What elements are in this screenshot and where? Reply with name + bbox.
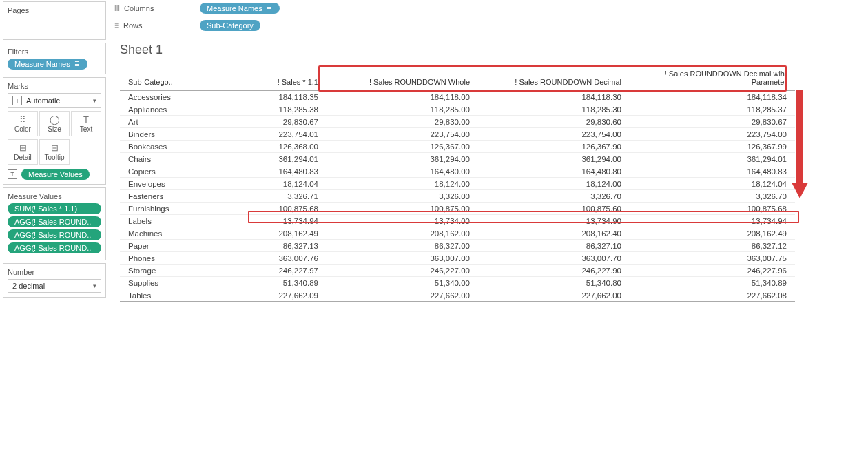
tooltip-icon: ⊟: [40, 143, 69, 154]
col-header-rounddown-decimal-param[interactable]: ! Sales ROUNDDOWN Decimal wiht Parameter: [630, 67, 795, 91]
col-header-rounddown-decimal[interactable]: ! Sales ROUNDDOWN Decimal: [478, 67, 630, 91]
measure-value-pill[interactable]: AGG(! Sales ROUND..: [8, 229, 101, 240]
filters-pill-measure-names[interactable]: Measure Names ≣: [8, 59, 87, 70]
size-icon: ◯: [40, 114, 69, 125]
table-row[interactable]: Appliances118,285.38118,285.00118,285.30…: [120, 103, 795, 116]
cell-value: 184,118.34: [630, 91, 795, 103]
marks-type-value: Automatic: [26, 96, 60, 105]
table-row[interactable]: Fasteners3,326.713,326.003,326.703,326.7…: [120, 190, 795, 203]
table-row[interactable]: Labels13,734.9413,734.0013,734.9013,734.…: [120, 215, 795, 227]
cell-value: 3,326.00: [327, 190, 478, 203]
row-category: Envelopes: [120, 178, 203, 190]
table-row[interactable]: Binders223,754.01223,754.00223,754.00223…: [120, 128, 795, 141]
cell-value: 223,754.00: [630, 128, 795, 141]
table-row[interactable]: Supplies51,340.8951,340.0051,340.8051,34…: [120, 277, 795, 289]
columns-pill-measure-names[interactable]: Measure Names ≣: [200, 3, 280, 14]
table-row[interactable]: Accessories184,118.35184,118.00184,118.3…: [120, 91, 795, 103]
rows-shelf[interactable]: ≡ Rows Sub-Category: [109, 17, 868, 34]
col-header-rounddown-whole[interactable]: ! Sales ROUNDDOWN Whole: [327, 67, 478, 91]
marks-tooltip-button[interactable]: ⊟Tooltip: [39, 139, 70, 165]
cell-value: 86,327.00: [327, 240, 478, 252]
row-category: Accessories: [120, 91, 203, 103]
cell-value: 363,007.70: [478, 252, 630, 265]
rows-label: Rows: [123, 21, 143, 30]
cell-value: 361,294.01: [203, 153, 327, 165]
measure-value-pill[interactable]: AGG(! Sales ROUND..: [8, 242, 101, 253]
measure-value-pill[interactable]: AGG(! Sales ROUND..: [8, 216, 101, 227]
table-row[interactable]: Envelopes18,124.0418,124.0018,124.0018,1…: [120, 178, 795, 190]
text-icon: T: [72, 114, 101, 125]
filters-pill-label: Measure Names: [14, 60, 70, 68]
parameter-dropdown[interactable]: 2 decimal ▾: [8, 279, 101, 293]
cell-value: 100,875.00: [327, 203, 478, 215]
mv-pill-list: SUM(! Sales * 1.1)AGG(! Sales ROUND..AGG…: [8, 203, 101, 253]
table-row[interactable]: Chairs361,294.01361,294.00361,294.00361,…: [120, 153, 795, 165]
cell-value: 246,227.97: [203, 265, 327, 277]
col-header-sales11[interactable]: ! Sales * 1.1: [203, 67, 327, 91]
cell-value: 3,326.71: [203, 190, 327, 203]
cell-value: 227,662.00: [327, 289, 478, 302]
cell-value: 223,754.01: [203, 128, 327, 141]
cell-value: 118,285.38: [203, 103, 327, 116]
table-row[interactable]: Art29,830.6729,830.0029,830.6029,830.67: [120, 116, 795, 128]
marks-mv-pill-label: Measure Values: [28, 170, 83, 178]
marks-text-button[interactable]: TText: [71, 111, 101, 136]
table-row[interactable]: Machines208,162.49208,162.00208,162.4020…: [120, 227, 795, 240]
row-category: Furnishings: [120, 203, 203, 215]
marks-measure-values-pill[interactable]: Measure Values: [21, 169, 90, 180]
table-row[interactable]: Tables227,662.09227,662.00227,662.00227,…: [120, 289, 795, 302]
caret-down-icon: ▾: [93, 282, 96, 289]
cell-value: 361,294.00: [478, 153, 630, 165]
cell-value: 126,367.90: [478, 141, 630, 153]
color-icon: ⠿: [8, 114, 37, 125]
row-category: Copiers: [120, 165, 203, 178]
col-header-subcategory[interactable]: Sub-Catego..: [120, 67, 203, 91]
cell-value: 227,662.00: [478, 289, 630, 302]
cell-value: 100,875.68: [630, 203, 795, 215]
cell-value: 100,875.60: [478, 203, 630, 215]
pages-shelf[interactable]: Pages: [3, 1, 106, 40]
parameter-value: 2 decimal: [12, 282, 45, 290]
cell-value: 118,285.30: [478, 103, 630, 116]
table-row[interactable]: Furnishings100,875.68100,875.00100,875.6…: [120, 203, 795, 215]
row-category: Art: [120, 116, 203, 128]
row-category: Machines: [120, 227, 203, 240]
table-header-row: Sub-Catego.. ! Sales * 1.1 ! Sales ROUND…: [120, 67, 795, 91]
sheet-area[interactable]: Sheet 1 Sub-Catego.. ! Sales * 1.1 ! Sal…: [109, 34, 868, 476]
table-row[interactable]: Phones363,007.76363,007.00363,007.70363,…: [120, 252, 795, 265]
cell-value: 361,294.00: [327, 153, 478, 165]
cell-value: 86,327.12: [630, 240, 795, 252]
row-category: Paper: [120, 240, 203, 252]
row-category: Appliances: [120, 103, 203, 116]
row-category: Fasteners: [120, 190, 203, 203]
table-row[interactable]: Storage246,227.97246,227.00246,227.90246…: [120, 265, 795, 277]
parameter-label: Number: [8, 268, 101, 276]
table-row[interactable]: Paper86,327.1386,327.0086,327.1086,327.1…: [120, 240, 795, 252]
columns-shelf[interactable]: iii Columns Measure Names ≣: [109, 0, 868, 17]
table-row[interactable]: Copiers164,480.83164,480.00164,480.80164…: [120, 165, 795, 178]
marks-type-dropdown[interactable]: T Automatic ▾: [8, 93, 101, 108]
rows-pill-subcategory[interactable]: Sub-Category: [200, 20, 260, 31]
parameter-card: Number 2 decimal ▾: [3, 263, 106, 298]
marks-size-button[interactable]: ◯Size: [39, 111, 70, 136]
filters-shelf[interactable]: Filters Measure Names ≣: [3, 43, 106, 74]
cell-value: 184,118.35: [203, 91, 327, 103]
cell-value: 51,340.89: [630, 277, 795, 289]
automatic-icon: T: [12, 96, 22, 105]
data-table: Sub-Catego.. ! Sales * 1.1 ! Sales ROUND…: [120, 67, 795, 302]
cell-value: 51,340.89: [203, 277, 327, 289]
cell-value: 246,227.00: [327, 265, 478, 277]
marks-color-button[interactable]: ⠿Color: [8, 111, 38, 136]
row-category: Chairs: [120, 153, 203, 165]
table-row[interactable]: Bookcases126,368.00126,367.00126,367.901…: [120, 141, 795, 153]
cell-value: 164,480.80: [478, 165, 630, 178]
measure-value-pill[interactable]: SUM(! Sales * 1.1): [8, 203, 101, 214]
filters-label: Filters: [8, 48, 101, 56]
measure-values-shelf: Measure Values SUM(! Sales * 1.1)AGG(! S…: [3, 187, 106, 260]
row-category: Bookcases: [120, 141, 203, 153]
cell-value: 13,734.94: [630, 215, 795, 227]
cell-value: 363,007.75: [630, 252, 795, 265]
cell-value: 51,340.00: [327, 277, 478, 289]
marks-detail-button[interactable]: ⊞Detail: [8, 139, 38, 165]
columns-icon: iii: [114, 3, 120, 13]
